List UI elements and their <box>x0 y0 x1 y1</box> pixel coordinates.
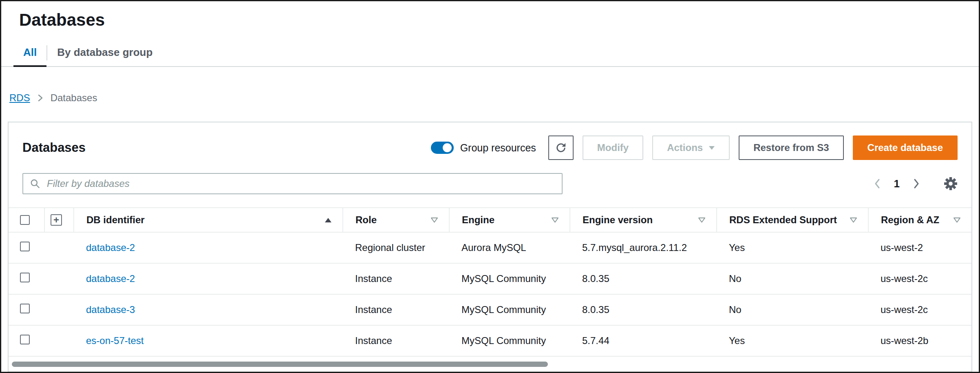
row-checkbox[interactable] <box>20 242 30 251</box>
panel-header: Databases Group resources Modify Actions <box>9 122 971 171</box>
engine-cell: MySQL Community <box>449 263 570 294</box>
row-select-cell <box>9 325 44 356</box>
group-resources-toggle[interactable] <box>431 142 454 154</box>
role-cell: Instance <box>343 263 449 294</box>
rds-extended-support-cell: No <box>717 294 868 325</box>
actions-button[interactable]: Actions <box>652 135 730 160</box>
filter-input[interactable] <box>46 178 555 190</box>
chevron-right-icon <box>913 178 920 190</box>
row-checkbox[interactable] <box>20 304 30 313</box>
db-identifier-link[interactable]: database-2 <box>86 242 135 253</box>
sort-ascending-icon <box>324 218 332 223</box>
role-cell: Instance <box>343 325 449 356</box>
row-expand-cell <box>44 294 74 325</box>
db-identifier-cell: database-2 <box>74 263 343 294</box>
pagination: 1 <box>874 178 920 190</box>
panel-title: Databases <box>22 140 86 155</box>
column-header-role[interactable]: Role <box>343 208 449 232</box>
filter-icon[interactable] <box>698 217 706 223</box>
refresh-icon <box>555 142 567 153</box>
horizontal-scrollbar-thumb[interactable] <box>12 362 548 367</box>
expand-all-icon[interactable]: + <box>51 214 62 226</box>
table-row: es-on-57-testInstanceMySQL Community5.7.… <box>9 325 971 356</box>
filter-icon[interactable] <box>953 217 961 223</box>
tab-by-database-group-label: By database group <box>57 46 152 58</box>
column-label: Engine version <box>583 214 653 226</box>
gear-icon <box>944 177 958 191</box>
breadcrumb-chevron-icon <box>38 93 43 102</box>
rds-databases-page: Databases All By database group RDS Data… <box>0 0 980 373</box>
db-identifier-cell: es-on-57-test <box>74 325 343 356</box>
db-identifier-link[interactable]: es-on-57-test <box>86 335 143 346</box>
db-identifier-link[interactable]: database-3 <box>86 304 135 315</box>
engine-cell: MySQL Community <box>449 325 570 356</box>
row-expand-cell <box>44 325 74 356</box>
row-checkbox[interactable] <box>20 273 30 282</box>
column-header-engine[interactable]: Engine <box>449 208 570 232</box>
expand-all-header: + <box>44 208 74 232</box>
row-expand-cell <box>44 232 74 263</box>
horizontal-scrollbar <box>11 361 969 368</box>
filter-icon[interactable] <box>551 217 559 223</box>
breadcrumb-rds-link[interactable]: RDS <box>9 92 30 104</box>
column-label: DB identifier <box>86 214 145 226</box>
row-select-cell <box>9 263 44 294</box>
column-header-rds-extended-support[interactable]: RDS Extended Support <box>717 208 868 232</box>
region-az-cell: us-west-2c <box>868 294 971 325</box>
select-all-header <box>9 208 44 232</box>
table-row: database-3InstanceMySQL Community8.0.35N… <box>9 294 971 325</box>
group-resources-toggle-group: Group resources <box>431 142 536 154</box>
row-select-cell <box>9 294 44 325</box>
databases-panel: Databases Group resources Modify Actions <box>8 122 972 372</box>
rds-extended-support-cell: Yes <box>717 232 868 263</box>
create-database-button[interactable]: Create database <box>853 135 958 160</box>
filter-search-box <box>22 173 563 194</box>
table-row: database-2InstanceMySQL Community8.0.35N… <box>9 263 971 294</box>
filter-icon[interactable] <box>850 217 857 223</box>
db-identifier-link[interactable]: database-2 <box>86 273 135 284</box>
preferences-button[interactable] <box>944 177 958 191</box>
role-cell: Instance <box>343 294 449 325</box>
column-label: RDS Extended Support <box>729 214 837 226</box>
engine-version-cell: 8.0.35 <box>570 294 717 325</box>
group-resources-label: Group resources <box>460 142 536 154</box>
region-az-cell: us-west-2b <box>868 325 971 356</box>
column-header-engine-version[interactable]: Engine version <box>570 208 717 232</box>
region-az-cell: us-west-2 <box>868 232 971 263</box>
pagination-current-page[interactable]: 1 <box>894 178 900 190</box>
column-header-region-az[interactable]: Region & AZ <box>868 208 971 232</box>
tab-all-label: All <box>23 46 37 58</box>
refresh-button[interactable] <box>548 135 574 160</box>
breadcrumb-current: Databases <box>51 92 97 104</box>
tab-bar: All By database group <box>1 42 979 67</box>
tab-by-database-group[interactable]: By database group <box>47 42 162 66</box>
pagination-next-button[interactable] <box>913 178 920 190</box>
engine-cell: Aurora MySQL <box>449 232 570 263</box>
rds-extended-support-cell: Yes <box>717 325 868 356</box>
engine-cell: MySQL Community <box>449 294 570 325</box>
filter-row: 1 <box>9 171 971 207</box>
panel-controls: Group resources Modify Actions Restore f… <box>431 135 958 160</box>
table-body: database-2Regional clusterAurora MySQL5.… <box>9 232 971 356</box>
rds-extended-support-cell: No <box>717 263 868 294</box>
row-expand-cell <box>44 263 74 294</box>
search-icon <box>30 178 40 189</box>
column-label: Region & AZ <box>881 214 939 226</box>
row-checkbox[interactable] <box>20 335 30 344</box>
select-all-checkbox[interactable] <box>20 215 30 225</box>
filter-icon[interactable] <box>430 217 438 223</box>
breadcrumb: RDS Databases <box>1 67 979 104</box>
column-label: Engine <box>462 214 494 226</box>
modify-button[interactable]: Modify <box>583 135 643 160</box>
pagination-prev-button[interactable] <box>874 178 881 190</box>
column-label: Role <box>355 214 377 226</box>
column-header-db-identifier[interactable]: DB identifier <box>74 208 343 232</box>
toggle-knob <box>443 143 452 152</box>
engine-version-cell: 5.7.mysql_aurora.2.11.2 <box>570 232 717 263</box>
restore-from-s3-button[interactable]: Restore from S3 <box>739 135 843 160</box>
row-select-cell <box>9 232 44 263</box>
db-identifier-cell: database-2 <box>74 232 343 263</box>
page-title: Databases <box>19 10 979 30</box>
region-az-cell: us-west-2c <box>868 263 971 294</box>
tab-all[interactable]: All <box>13 42 46 66</box>
